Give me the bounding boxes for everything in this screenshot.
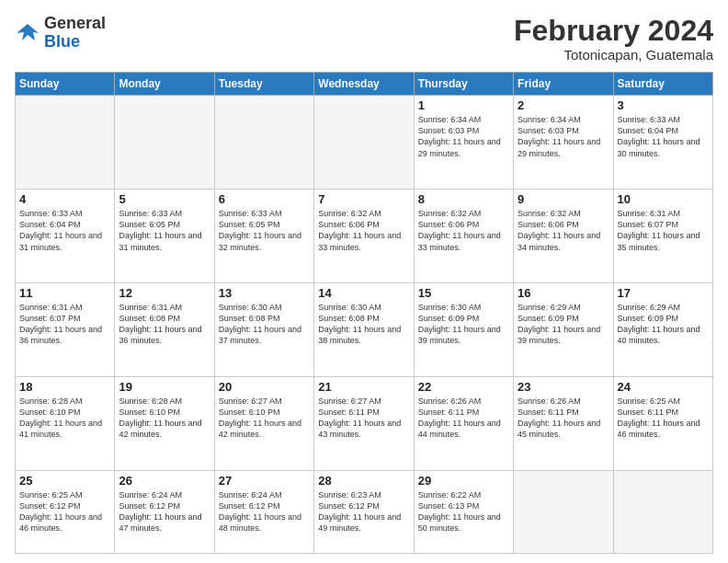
calendar-day-cell: 29Sunrise: 6:22 AM Sunset: 6:13 PM Dayli… xyxy=(414,470,513,553)
calendar-day-cell: 1Sunrise: 6:34 AM Sunset: 6:03 PM Daylig… xyxy=(414,96,513,190)
day-info: Sunrise: 6:22 AM Sunset: 6:13 PM Dayligh… xyxy=(418,489,509,534)
day-number: 18 xyxy=(19,380,110,394)
calendar-day-cell: 8Sunrise: 6:32 AM Sunset: 6:06 PM Daylig… xyxy=(414,190,513,283)
day-info: Sunrise: 6:33 AM Sunset: 6:05 PM Dayligh… xyxy=(219,208,310,253)
header-tuesday: Tuesday xyxy=(214,73,313,96)
calendar-subtitle: Totonicapan, Guatemala xyxy=(514,47,713,63)
day-number: 4 xyxy=(19,192,110,206)
day-number: 9 xyxy=(518,192,609,206)
calendar-day-cell: 25Sunrise: 6:25 AM Sunset: 6:12 PM Dayli… xyxy=(16,470,115,553)
day-info: Sunrise: 6:32 AM Sunset: 6:06 PM Dayligh… xyxy=(518,208,609,253)
day-number: 11 xyxy=(19,286,110,300)
day-number: 19 xyxy=(119,380,210,394)
title-block: February 2024 Totonicapan, Guatemala xyxy=(514,15,713,63)
day-info: Sunrise: 6:26 AM Sunset: 6:11 PM Dayligh… xyxy=(418,396,509,441)
day-info: Sunrise: 6:34 AM Sunset: 6:03 PM Dayligh… xyxy=(418,114,509,159)
logo-blue: Blue xyxy=(44,33,106,52)
calendar-week-row: 25Sunrise: 6:25 AM Sunset: 6:12 PM Dayli… xyxy=(16,470,713,553)
day-info: Sunrise: 6:33 AM Sunset: 6:05 PM Dayligh… xyxy=(119,208,210,253)
calendar-day-cell: 3Sunrise: 6:33 AM Sunset: 6:04 PM Daylig… xyxy=(613,96,712,190)
calendar-day-cell: 10Sunrise: 6:31 AM Sunset: 6:07 PM Dayli… xyxy=(613,190,712,283)
calendar-day-cell: 26Sunrise: 6:24 AM Sunset: 6:12 PM Dayli… xyxy=(115,470,214,553)
calendar-day-cell: 12Sunrise: 6:31 AM Sunset: 6:08 PM Dayli… xyxy=(115,283,214,377)
day-info: Sunrise: 6:29 AM Sunset: 6:09 PM Dayligh… xyxy=(618,302,709,347)
calendar-week-row: 4Sunrise: 6:33 AM Sunset: 6:04 PM Daylig… xyxy=(16,190,713,283)
day-number: 26 xyxy=(119,474,210,488)
day-number: 12 xyxy=(119,286,210,300)
calendar-day-cell: 19Sunrise: 6:28 AM Sunset: 6:10 PM Dayli… xyxy=(115,376,214,470)
logo: General Blue xyxy=(15,15,106,52)
day-info: Sunrise: 6:29 AM Sunset: 6:09 PM Dayligh… xyxy=(518,302,609,347)
day-number: 6 xyxy=(219,192,310,206)
day-number: 21 xyxy=(318,380,409,394)
calendar-day-cell xyxy=(514,470,613,553)
calendar-table: Sunday Monday Tuesday Wednesday Thursday… xyxy=(15,72,713,554)
day-info: Sunrise: 6:25 AM Sunset: 6:11 PM Dayligh… xyxy=(618,396,709,441)
calendar-day-cell: 2Sunrise: 6:34 AM Sunset: 6:03 PM Daylig… xyxy=(514,96,613,190)
day-info: Sunrise: 6:27 AM Sunset: 6:10 PM Dayligh… xyxy=(219,396,310,441)
day-number: 3 xyxy=(618,98,709,112)
day-number: 2 xyxy=(518,98,609,112)
day-info: Sunrise: 6:33 AM Sunset: 6:04 PM Dayligh… xyxy=(19,208,110,253)
day-info: Sunrise: 6:28 AM Sunset: 6:10 PM Dayligh… xyxy=(119,396,210,441)
day-number: 1 xyxy=(418,98,509,112)
calendar-day-cell xyxy=(314,96,414,190)
calendar-day-cell: 23Sunrise: 6:26 AM Sunset: 6:11 PM Dayli… xyxy=(514,376,613,470)
calendar-day-cell: 20Sunrise: 6:27 AM Sunset: 6:10 PM Dayli… xyxy=(214,376,313,470)
weekday-header-row: Sunday Monday Tuesday Wednesday Thursday… xyxy=(16,73,713,96)
calendar-day-cell: 4Sunrise: 6:33 AM Sunset: 6:04 PM Daylig… xyxy=(16,190,115,283)
header-monday: Monday xyxy=(115,73,214,96)
calendar-day-cell xyxy=(115,96,214,190)
day-number: 22 xyxy=(418,380,509,394)
day-number: 10 xyxy=(618,192,709,206)
calendar-day-cell: 22Sunrise: 6:26 AM Sunset: 6:11 PM Dayli… xyxy=(414,376,513,470)
day-info: Sunrise: 6:30 AM Sunset: 6:09 PM Dayligh… xyxy=(418,302,509,347)
calendar-day-cell: 7Sunrise: 6:32 AM Sunset: 6:06 PM Daylig… xyxy=(314,190,414,283)
day-info: Sunrise: 6:32 AM Sunset: 6:06 PM Dayligh… xyxy=(418,208,509,253)
day-number: 15 xyxy=(418,286,509,300)
day-info: Sunrise: 6:30 AM Sunset: 6:08 PM Dayligh… xyxy=(219,302,310,347)
day-info: Sunrise: 6:31 AM Sunset: 6:07 PM Dayligh… xyxy=(19,302,110,347)
calendar-day-cell: 11Sunrise: 6:31 AM Sunset: 6:07 PM Dayli… xyxy=(16,283,115,377)
day-number: 5 xyxy=(119,192,210,206)
day-info: Sunrise: 6:25 AM Sunset: 6:12 PM Dayligh… xyxy=(19,489,110,534)
day-number: 14 xyxy=(318,286,409,300)
day-info: Sunrise: 6:23 AM Sunset: 6:12 PM Dayligh… xyxy=(318,489,409,534)
header-friday: Friday xyxy=(514,73,613,96)
day-info: Sunrise: 6:26 AM Sunset: 6:11 PM Dayligh… xyxy=(518,396,609,441)
header-thursday: Thursday xyxy=(414,73,513,96)
calendar-day-cell: 24Sunrise: 6:25 AM Sunset: 6:11 PM Dayli… xyxy=(613,376,712,470)
day-info: Sunrise: 6:32 AM Sunset: 6:06 PM Dayligh… xyxy=(318,208,409,253)
header-wednesday: Wednesday xyxy=(314,73,414,96)
day-number: 24 xyxy=(618,380,709,394)
logo-general: General xyxy=(44,15,106,33)
day-info: Sunrise: 6:33 AM Sunset: 6:04 PM Dayligh… xyxy=(618,114,709,159)
calendar-day-cell: 13Sunrise: 6:30 AM Sunset: 6:08 PM Dayli… xyxy=(214,283,313,377)
calendar-day-cell: 14Sunrise: 6:30 AM Sunset: 6:08 PM Dayli… xyxy=(314,283,414,377)
calendar-day-cell xyxy=(16,96,115,190)
calendar-day-cell: 18Sunrise: 6:28 AM Sunset: 6:10 PM Dayli… xyxy=(16,376,115,470)
svg-marker-0 xyxy=(17,24,39,40)
day-number: 13 xyxy=(219,286,310,300)
calendar-day-cell xyxy=(214,96,313,190)
calendar-day-cell: 27Sunrise: 6:24 AM Sunset: 6:12 PM Dayli… xyxy=(214,470,313,553)
calendar-day-cell: 28Sunrise: 6:23 AM Sunset: 6:12 PM Dayli… xyxy=(314,470,414,553)
header-saturday: Saturday xyxy=(613,73,712,96)
day-number: 23 xyxy=(518,380,609,394)
day-info: Sunrise: 6:24 AM Sunset: 6:12 PM Dayligh… xyxy=(219,489,310,534)
day-number: 27 xyxy=(219,474,310,488)
day-info: Sunrise: 6:27 AM Sunset: 6:11 PM Dayligh… xyxy=(318,396,409,441)
calendar-day-cell: 21Sunrise: 6:27 AM Sunset: 6:11 PM Dayli… xyxy=(314,376,414,470)
day-number: 8 xyxy=(418,192,509,206)
day-number: 25 xyxy=(19,474,110,488)
calendar-week-row: 11Sunrise: 6:31 AM Sunset: 6:07 PM Dayli… xyxy=(16,283,713,377)
calendar-day-cell xyxy=(613,470,712,553)
calendar-week-row: 18Sunrise: 6:28 AM Sunset: 6:10 PM Dayli… xyxy=(16,376,713,470)
calendar-day-cell: 5Sunrise: 6:33 AM Sunset: 6:05 PM Daylig… xyxy=(115,190,214,283)
calendar-day-cell: 9Sunrise: 6:32 AM Sunset: 6:06 PM Daylig… xyxy=(514,190,613,283)
day-info: Sunrise: 6:31 AM Sunset: 6:08 PM Dayligh… xyxy=(119,302,210,347)
day-info: Sunrise: 6:31 AM Sunset: 6:07 PM Dayligh… xyxy=(618,208,709,253)
day-number: 29 xyxy=(418,474,509,488)
logo-text: General Blue xyxy=(44,15,106,52)
page-header: General Blue February 2024 Totonicapan, … xyxy=(15,15,713,63)
